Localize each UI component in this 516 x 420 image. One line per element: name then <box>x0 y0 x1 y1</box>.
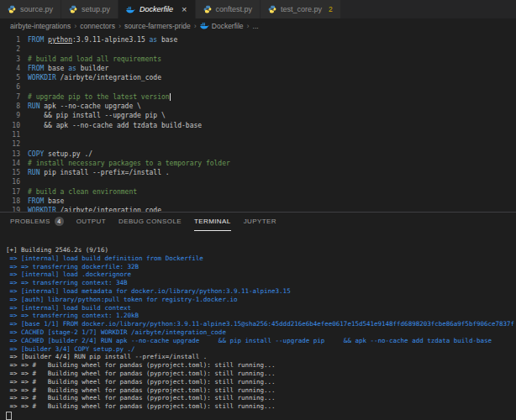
terminal-line: => [internal] load build context <box>6 304 516 312</box>
chevron-right-icon: › <box>74 22 76 30</box>
code-line: 13COPY setup.py ./ <box>0 150 516 159</box>
code-line: 9 && pip install --upgrade pip \ <box>0 111 516 120</box>
editor-cursor <box>170 93 171 101</box>
code-text: FROM base as builder <box>28 64 108 73</box>
terminal-line: => => transferring context: 1.20kB <box>6 312 516 320</box>
line-number: 7 <box>0 92 28 102</box>
line-number: 15 <box>0 168 28 177</box>
breadcrumb-item[interactable]: airbyte-integrations <box>10 22 71 30</box>
code-line: 12 <box>0 139 516 149</box>
panel-tab-label: PROBLEMS <box>10 218 50 225</box>
code-line: 19WORKDIR /airbyte/integration_code <box>0 206 516 212</box>
line-number: 4 <box>0 64 28 73</box>
code-text: # build and load all requirements <box>28 55 161 64</box>
code-line: 2 <box>0 45 516 54</box>
code-text: # upgrade pip to the latest version <box>28 92 170 102</box>
panel-tab-output[interactable]: OUTPUT <box>76 213 106 231</box>
line-number: 14 <box>0 159 28 168</box>
line-number: 8 <box>0 102 28 111</box>
line-number: 11 <box>0 130 28 139</box>
code-text: # install necessary packages to a tempor… <box>28 159 230 168</box>
python-icon <box>268 5 276 13</box>
close-icon[interactable]: × <box>182 5 187 14</box>
panel-tab-label: JUPYTER <box>244 218 276 225</box>
terminal-cursor <box>6 412 12 420</box>
code-text: && pip install --upgrade pip \ <box>28 111 166 120</box>
terminal-line: => => # Building wheel for pandas (pypro… <box>6 361 516 370</box>
code-line: 7# upgrade pip to the latest version <box>0 92 516 102</box>
terminal-line: => [base 1/1] FROM docker.io/library/pyt… <box>6 320 516 328</box>
breadcrumb-label: ... <box>253 22 259 30</box>
tab-bar: source.pysetup.pyDockerfile×conftest.pyt… <box>0 0 516 18</box>
panel-tab-problems[interactable]: PROBLEMS4 <box>10 213 64 231</box>
code-text: FROM base <box>28 197 64 206</box>
tab-label: source.py <box>20 5 53 13</box>
code-text: WORKDIR /airbyte/integration_code <box>28 206 161 212</box>
code-text: # build a clean environment <box>28 187 137 197</box>
terminal-line: [+] Building 2546.2s (9/16) <box>6 246 516 255</box>
line-number: 2 <box>0 45 28 54</box>
line-number: 10 <box>0 121 28 130</box>
breadcrumb-item[interactable]: Dockerfile <box>200 22 244 31</box>
panel-tab-label: OUTPUT <box>76 218 106 225</box>
terminal-line: => => # Building wheel for pandas (pypro… <box>6 402 516 411</box>
tab-setup.py[interactable]: setup.py <box>61 0 118 18</box>
line-number: 3 <box>0 55 28 64</box>
panel-tab-jupyter[interactable]: JUPYTER <box>244 213 276 231</box>
code-text: && apk --no-cache add tzdata build-base <box>28 121 202 130</box>
panel-tab-debug-console[interactable]: DEBUG CONSOLE <box>118 213 182 231</box>
line-number: 6 <box>0 82 28 92</box>
breadcrumb-item[interactable]: source-farmers-pride <box>124 22 191 30</box>
terminal-line: => [internal] load metadata for docker.i… <box>6 287 516 296</box>
code-text: WORKDIR /airbyte/integration_code <box>28 73 161 82</box>
docker-icon <box>200 22 209 31</box>
docker-icon <box>126 6 135 13</box>
terminal-line: => => # Building wheel for pandas (pypro… <box>6 370 516 378</box>
terminal-line: => [auth] library/python:pull token for … <box>6 296 516 304</box>
python-icon <box>8 5 16 13</box>
tab-Dockerfile[interactable]: Dockerfile× <box>118 0 195 18</box>
tab-label: setup.py <box>82 5 110 13</box>
tab-source.py[interactable]: source.py <box>0 0 61 18</box>
terminal-line: => => transferring context: 34B <box>6 279 516 287</box>
terminal-line: => CACHED [builder 2/4] RUN apk --no-cac… <box>6 337 516 345</box>
breadcrumb-label: Dockerfile <box>212 22 244 30</box>
breadcrumb: airbyte-integrations›connectors›source-f… <box>0 18 516 34</box>
code-line: 6 <box>0 82 516 92</box>
code-text: RUN apk --no-cache upgrade \ <box>28 102 141 111</box>
breadcrumb-label: source-farmers-pride <box>124 22 191 30</box>
chevron-right-icon: › <box>118 22 121 30</box>
line-number: 5 <box>0 73 28 82</box>
terminal-line: => [builder 3/4] COPY setup.py ./ <box>6 345 516 354</box>
code-line: 16 <box>0 177 516 186</box>
code-line: 4FROM base as builder <box>0 64 516 73</box>
tab-test_core.py[interactable]: test_core.py2 <box>261 0 341 18</box>
code-line: 17# build a clean environment <box>0 187 516 197</box>
code-line: 14# install necessary packages to a temp… <box>0 159 516 168</box>
code-line: 5WORKDIR /airbyte/integration_code <box>0 73 516 82</box>
code-text: RUN pip install --prefix=/install . <box>28 168 170 177</box>
tab-label: test_core.py <box>281 5 322 13</box>
line-number: 9 <box>0 111 28 120</box>
breadcrumb-item[interactable]: connectors <box>80 22 115 30</box>
code-text: FROM python:3.9.11-alpine3.15 as base <box>28 35 177 45</box>
problems-count-badge: 4 <box>55 217 64 226</box>
code-text: COPY setup.py ./ <box>28 150 92 159</box>
vscode-window: source.pysetup.pyDockerfile×conftest.pyt… <box>0 0 516 420</box>
terminal[interactable]: [+] Building 2546.2s (9/16) => [internal… <box>0 231 516 420</box>
tab-conftest.py[interactable]: conftest.py <box>196 0 261 18</box>
breadcrumb-label: connectors <box>80 22 115 30</box>
terminal-line: => => transferring dockerfile: 32B <box>6 263 516 271</box>
terminal-line: => => # Building wheel for pandas (pypro… <box>6 378 516 386</box>
code-editor[interactable]: 1FROM python:3.9.11-alpine3.15 as base23… <box>0 34 516 212</box>
breadcrumb-item[interactable]: ... <box>253 22 259 30</box>
code-line: 15RUN pip install --prefix=/install . <box>0 168 516 177</box>
tab-number-badge: 2 <box>329 5 333 13</box>
line-number: 19 <box>0 206 28 212</box>
terminal-line: => => # Building wheel for pandas (pypro… <box>6 386 516 395</box>
python-icon <box>69 5 77 13</box>
terminal-line: => => # Building wheel for pandas (pypro… <box>6 394 516 402</box>
panel-tab-terminal[interactable]: TERMINAL <box>194 213 231 231</box>
line-number: 18 <box>0 197 28 206</box>
tab-label: conftest.py <box>216 5 253 13</box>
